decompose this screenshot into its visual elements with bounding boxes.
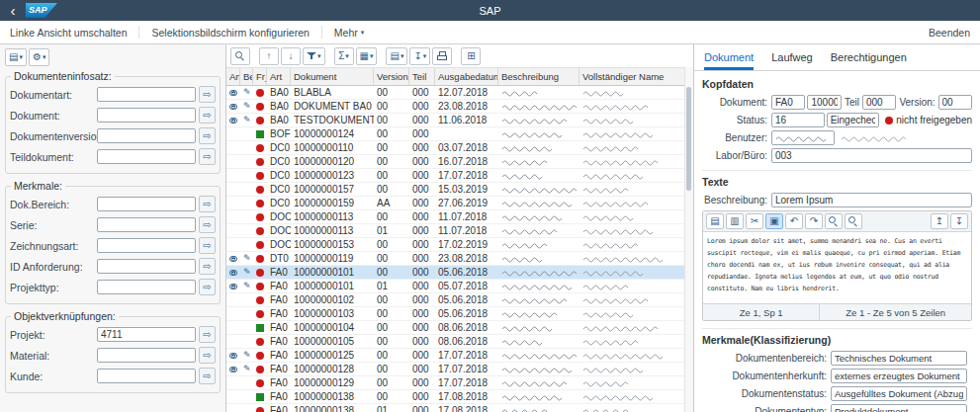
projekttyp-multiple-selection-button[interactable]: ⇨ xyxy=(199,279,216,295)
teildokument-input[interactable] xyxy=(97,149,196,164)
table-row[interactable]: DOC100000001530000017.02.2019 xyxy=(226,238,685,252)
export-button[interactable]: ↧▾ xyxy=(409,47,430,65)
column-header[interactable]: Dokument xyxy=(291,68,374,85)
dokumentart-multiple-selection-button[interactable]: ⇨ xyxy=(199,86,216,103)
scrollbar-thumb[interactable] xyxy=(686,87,691,191)
table-row[interactable]: FA0100000001040000008.06.2018 xyxy=(226,321,685,335)
insert-button[interactable]: ▥ xyxy=(726,213,744,229)
column-header[interactable]: Teil xyxy=(409,68,435,85)
kunde-multiple-selection-button[interactable]: ⇨ xyxy=(199,368,216,384)
menu-linke-ansicht-umschalten[interactable]: Linke Ansicht umschalten xyxy=(8,27,129,39)
serie-multiple-selection-button[interactable]: ⇨ xyxy=(199,216,216,233)
material-input[interactable] xyxy=(97,348,196,363)
zeichnungsart-input[interactable] xyxy=(97,238,196,253)
table-row[interactable]: DC0100000001100000003.07.2018 xyxy=(226,141,685,155)
sort-ascending-button[interactable]: ↑ xyxy=(259,47,279,65)
menu-mehr[interactable]: Mehr ▾ xyxy=(332,27,366,39)
table-row[interactable]: DC0100000001200000016.07.2018 xyxy=(226,155,685,169)
column-header[interactable]: Fr_ xyxy=(253,68,267,85)
column-header[interactable]: Be_ xyxy=(240,68,253,85)
table-row[interactable]: FA0100000001050000008.06.2018 xyxy=(226,335,685,349)
kunde-input[interactable] xyxy=(97,369,196,383)
table-row[interactable]: ✎FA0100000001010000005.06.2018 xyxy=(226,266,685,280)
find-button[interactable] xyxy=(825,213,843,229)
views-button[interactable]: ▤▾ xyxy=(386,47,407,65)
dokumentenherkunft-input[interactable] xyxy=(831,369,967,383)
serie-input[interactable] xyxy=(97,217,196,232)
table-row[interactable]: ✎DT0100000001190000023.08.2018 xyxy=(226,252,685,266)
selection-settings-button[interactable]: ⚙▾ xyxy=(29,48,49,66)
dokumentenbereich-input[interactable] xyxy=(831,351,967,366)
table-row[interactable]: DC0100000001570000015.03.2019 xyxy=(226,183,685,197)
table-row[interactable]: ✎BA0TESTDOKUMENT0000011.06.2018 xyxy=(226,114,685,127)
id-anforderung-multiple-selection-button[interactable]: ⇨ xyxy=(199,258,216,275)
projekt-input[interactable] xyxy=(97,327,196,342)
download-button[interactable]: ↧ xyxy=(950,213,968,229)
copy-button[interactable]: ▣ xyxy=(765,213,783,229)
tab-laufweg[interactable]: Laufweg xyxy=(771,44,813,70)
dok-bereich-input[interactable] xyxy=(97,197,196,211)
table-row[interactable]: FA0100000001030000005.06.2018 xyxy=(226,307,685,321)
cut-button[interactable]: ✂ xyxy=(746,213,763,229)
redo-button[interactable]: ↷ xyxy=(805,213,823,229)
dokumentnummer-input[interactable] xyxy=(807,95,841,110)
labor-buero-input[interactable] xyxy=(771,148,972,163)
dokumentenstatus-input[interactable] xyxy=(831,386,967,401)
column-header[interactable]: Art xyxy=(267,68,291,85)
table-row[interactable]: FA0100000001380100017.08.2018 xyxy=(226,404,685,412)
undo-button[interactable]: ↶ xyxy=(785,213,803,229)
filter-button[interactable]: ▾ xyxy=(303,47,325,65)
table-row[interactable]: DOC100000001130000011.07.2018 xyxy=(226,210,685,224)
benutzer-input[interactable] xyxy=(771,130,835,145)
dokumentart-value-input[interactable] xyxy=(771,95,805,110)
column-header[interactable]: Version xyxy=(374,68,409,85)
sort-descending-button[interactable]: ↓ xyxy=(281,47,301,65)
dokumentenversion-input[interactable] xyxy=(97,128,196,143)
dokument-multiple-selection-button[interactable]: ⇨ xyxy=(199,107,216,124)
dok-bereich-multiple-selection-button[interactable]: ⇨ xyxy=(199,196,216,212)
menu-beenden[interactable]: Beenden xyxy=(927,27,972,39)
material-multiple-selection-button[interactable]: ⇨ xyxy=(199,347,216,364)
column-header[interactable]: Ausgabedatum xyxy=(435,68,498,85)
layout-variant-button[interactable]: ▤▾ xyxy=(5,48,27,66)
table-row[interactable]: ✎BA0BLABLA0000012.07.2018 xyxy=(226,86,685,100)
dokumentart-input[interactable] xyxy=(97,87,196,102)
column-header[interactable]: Vollständiger Name xyxy=(579,68,685,85)
dokument-input[interactable] xyxy=(97,108,196,123)
dokumentenversion-multiple-selection-button[interactable]: ⇨ xyxy=(199,127,216,144)
projekt-multiple-selection-button[interactable]: ⇨ xyxy=(199,326,216,343)
teil-input[interactable] xyxy=(862,95,896,110)
tab-berechtigungen[interactable]: Berechtigungen xyxy=(831,44,907,70)
table-settings-button[interactable]: ⊞ xyxy=(461,47,481,65)
version-input[interactable] xyxy=(938,95,972,110)
column-header[interactable]: Anz_ xyxy=(226,68,240,85)
dokumententyp-input[interactable] xyxy=(831,404,967,412)
table-row[interactable]: DOC100000001130100011.07.2018 xyxy=(226,224,685,238)
beschreibung-input[interactable] xyxy=(771,193,972,207)
table-row[interactable]: FA0100000001290000017.07.2018 xyxy=(226,376,685,390)
text-editor-content[interactable]: Lorem ipsum dolor sit amet, summo menand… xyxy=(703,232,971,303)
format-button[interactable]: ▤ xyxy=(706,213,724,229)
table-row[interactable]: DC010000000159AA00027.06.2019 xyxy=(226,197,685,210)
table-row[interactable]: ✎BA0DOKUMENT BA00000023.08.2018 xyxy=(226,100,685,114)
status-code-input[interactable] xyxy=(771,113,825,127)
table-row[interactable]: BOF1000000012400000 xyxy=(226,127,685,141)
table-scrollbar[interactable] xyxy=(684,67,693,412)
id-anforderung-input[interactable] xyxy=(97,259,196,274)
table-row[interactable]: DC0100000001230000017.07.2018 xyxy=(226,169,685,183)
print-button[interactable] xyxy=(432,47,452,65)
totals-button[interactable]: Σ▾ xyxy=(334,47,354,65)
table-row[interactable]: FA0100000001020000005.06.2018 xyxy=(226,293,685,307)
teildokument-multiple-selection-button[interactable]: ⇨ xyxy=(199,148,216,165)
chart-view-button[interactable]: ▦▾ xyxy=(356,47,378,65)
upload-button[interactable]: ↥ xyxy=(931,213,948,229)
find-next-button[interactable] xyxy=(845,213,862,229)
projekttyp-input[interactable] xyxy=(97,280,196,294)
back-button[interactable]: ‹ xyxy=(0,3,26,18)
search-button[interactable] xyxy=(230,47,250,65)
table-row[interactable]: FA0100000001380000017.08.2018 xyxy=(226,390,685,404)
zeichnungsart-multiple-selection-button[interactable]: ⇨ xyxy=(199,237,216,254)
tab-dokument[interactable]: Dokument xyxy=(704,44,754,70)
column-header[interactable]: Beschreibung xyxy=(498,68,579,85)
table-row[interactable]: ✎FA0100000001010100005.07.2018 xyxy=(226,280,685,293)
